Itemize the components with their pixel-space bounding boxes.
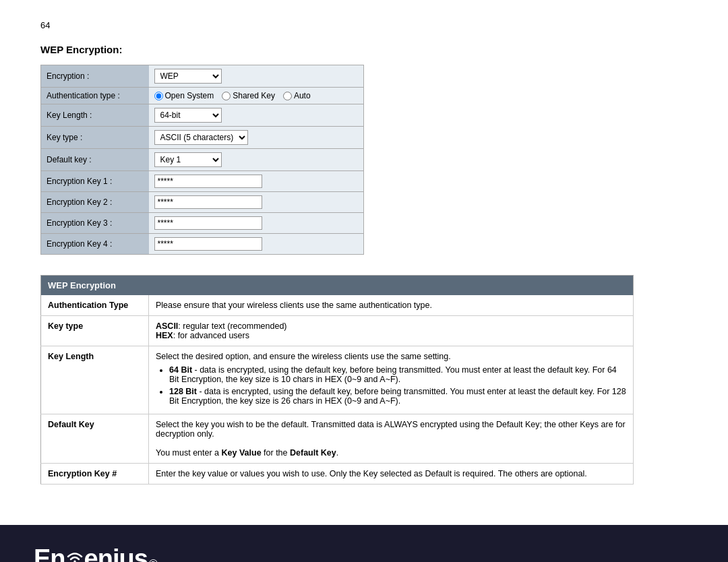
default-key-bold: Default Key xyxy=(290,448,336,458)
info-desc-auth-type: Please ensure that your wireless clients… xyxy=(149,295,634,316)
info-desc-key-length: Select the desired option, and ensure th… xyxy=(149,346,634,414)
auth-auto-label[interactable]: Auto xyxy=(283,91,311,100)
wep-form-table: Encryption : WEP Authentication type : O… xyxy=(40,65,364,255)
key-length-label: Key Length : xyxy=(41,104,149,127)
info-desc-enc-key-hash: Enter the key value or values you wish t… xyxy=(149,464,634,485)
enc-key1-cell xyxy=(149,171,364,192)
form-row-enc-key2: Encryption Key 2 : xyxy=(41,192,364,213)
info-term-default-key: Default Key xyxy=(41,414,149,464)
info-row-enc-key-hash: Encryption Key # Enter the key value or … xyxy=(41,464,634,485)
auth-open-system-label[interactable]: Open System xyxy=(154,91,214,100)
info-row-auth-type: Authentication Type Please ensure that y… xyxy=(41,295,634,316)
128bit-bold: 128 Bit xyxy=(169,387,197,396)
logo-container: En enius ® xyxy=(34,546,158,562)
enc-key4-input[interactable] xyxy=(154,237,262,251)
enc-key1-input[interactable] xyxy=(154,175,262,188)
form-row-key-type: Key type : ASCII (5 characters) HEX (10 … xyxy=(41,127,364,149)
key-length-intro: Select the desired option, and ensure th… xyxy=(156,352,451,361)
auth-auto-radio[interactable] xyxy=(283,92,292,100)
info-desc-default-key: Select the key you wish to be the defaul… xyxy=(149,414,634,464)
form-row-enc-key1: Encryption Key 1 : xyxy=(41,171,364,192)
auth-type-cell: Open System Shared Key Auto xyxy=(149,88,364,104)
form-row-default-key: Default key : Key 1 Key 2 Key 3 Key 4 xyxy=(41,149,364,171)
form-row-enc-key3: Encryption Key 3 : xyxy=(41,213,364,234)
brand-logo-text2: enius xyxy=(84,546,148,562)
enc-key1-label: Encryption Key 1 : xyxy=(41,171,149,192)
registered-symbol: ® xyxy=(149,557,158,562)
enc-key4-label: Encryption Key 4 : xyxy=(41,234,149,255)
key-length-cell: 64-bit 128-bit xyxy=(149,104,364,127)
info-table-header-row: WEP Encryption xyxy=(41,276,634,296)
auth-open-system-text: Open System xyxy=(165,91,214,100)
info-row-default-key: Default Key Select the key you wish to b… xyxy=(41,414,634,464)
64bit-bold: 64 Bit xyxy=(169,365,192,375)
main-content: 64 WEP Encryption: Encryption : WEP Auth… xyxy=(0,0,728,525)
encryption-label: Encryption : xyxy=(41,65,149,88)
encryption-value-cell: WEP xyxy=(149,65,364,88)
enc-key2-input[interactable] xyxy=(154,195,262,209)
auth-open-system-radio[interactable] xyxy=(154,92,163,100)
info-table: WEP Encryption Authentication Type Pleas… xyxy=(40,275,634,485)
key-length-bullet-2: 128 Bit - data is encrypted, using the d… xyxy=(169,387,626,406)
default-key-label: Default key : xyxy=(41,149,149,171)
auth-type-label: Authentication type : xyxy=(41,88,149,104)
auth-radio-group: Open System Shared Key Auto xyxy=(154,91,359,100)
key-value-bold: Key Value xyxy=(222,448,262,458)
default-key-cell: Key 1 Key 2 Key 3 Key 4 xyxy=(149,149,364,171)
key-length-bullet-1: 64 Bit - data is encrypted, using the de… xyxy=(169,365,626,384)
default-key-line1: Select the key you wish to be the defaul… xyxy=(156,420,626,439)
key-length-bullets: 64 Bit - data is encrypted, using the de… xyxy=(169,365,626,406)
wifi-icon xyxy=(65,551,84,562)
info-term-enc-key-hash: Encryption Key # xyxy=(41,464,149,485)
form-row-enc-key4: Encryption Key 4 : xyxy=(41,234,364,255)
key-type-cell: ASCII (5 characters) HEX (10 characters) xyxy=(149,127,364,149)
info-row-key-type: Key type ASCII: regular text (recommende… xyxy=(41,316,634,346)
logo-wrapper: En enius ® xyxy=(34,546,158,562)
128bit-text: - data is encrypted, using the default k… xyxy=(169,387,626,406)
auth-auto-text: Auto xyxy=(294,91,311,100)
enc-key3-label: Encryption Key 3 : xyxy=(41,213,149,234)
default-key-end: . xyxy=(336,448,338,458)
default-key-line2-pre: You must enter a xyxy=(156,448,222,458)
info-term-key-type: Key type xyxy=(41,316,149,346)
key-type-label: Key type : xyxy=(41,127,149,149)
enc-key4-cell xyxy=(149,234,364,255)
page-number: 64 xyxy=(40,20,688,30)
key-length-select[interactable]: 64-bit 128-bit xyxy=(154,108,222,123)
auth-shared-key-text: Shared Key xyxy=(233,91,275,100)
brand-logo-text: En xyxy=(34,546,65,562)
ascii-bold: ASCII xyxy=(156,321,178,331)
form-row-key-length: Key Length : 64-bit 128-bit xyxy=(41,104,364,127)
default-key-select[interactable]: Key 1 Key 2 Key 3 Key 4 xyxy=(154,152,222,167)
info-term-auth-type: Authentication Type xyxy=(41,295,149,316)
auth-shared-key-radio[interactable] xyxy=(222,92,231,100)
enc-key2-cell xyxy=(149,192,364,213)
enc-key2-label: Encryption Key 2 : xyxy=(41,192,149,213)
footer: En enius ® xyxy=(0,525,728,562)
info-row-key-length: Key Length Select the desired option, an… xyxy=(41,346,634,414)
info-desc-key-type: ASCII: regular text (recommended) HEX: f… xyxy=(149,316,634,346)
info-table-header: WEP Encryption xyxy=(41,276,634,296)
section-title: WEP Encryption: xyxy=(40,44,688,55)
enc-key3-input[interactable] xyxy=(154,216,262,230)
default-key-mid: for the xyxy=(262,448,290,458)
form-row-auth-type: Authentication type : Open System Shared… xyxy=(41,88,364,104)
logo-wifi-wrapper xyxy=(65,551,84,562)
form-row-encryption: Encryption : WEP xyxy=(41,65,364,88)
encryption-select[interactable]: WEP xyxy=(154,69,222,84)
hex-bold: HEX xyxy=(156,331,173,340)
info-term-key-length: Key Length xyxy=(41,346,149,414)
hex-text: : for advanced users xyxy=(173,331,249,340)
ascii-text: : regular text (recommended) xyxy=(178,321,286,331)
64bit-text: - data is encrypted, using the default k… xyxy=(169,365,617,384)
auth-shared-key-label[interactable]: Shared Key xyxy=(222,91,275,100)
enc-key3-cell xyxy=(149,213,364,234)
key-type-select[interactable]: ASCII (5 characters) HEX (10 characters) xyxy=(154,130,248,145)
